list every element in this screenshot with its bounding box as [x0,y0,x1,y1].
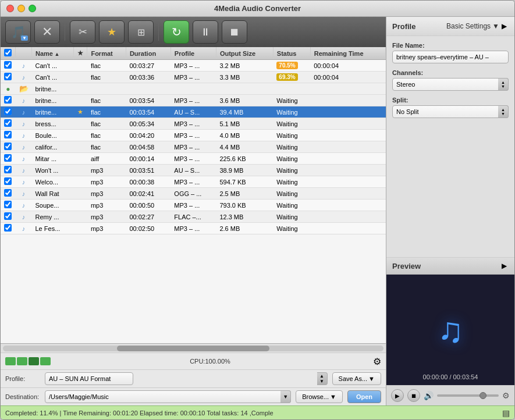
add-button[interactable]: 🎵 ▼ [5,20,31,44]
cell-remaining [310,223,385,234]
channels-select[interactable]: Stereo Mono [392,78,509,91]
cell-status: Waiting [273,211,310,223]
main-window: 4Media Audio Converter 🎵 ▼ ✕ ✂ ★ [0,0,515,420]
pause-button[interactable]: ⏸ [193,20,218,44]
row-checkbox[interactable] [4,224,12,232]
table-row[interactable]: ♪ Welco... mp3 00:00:38 MP3 – ... 594.7 … [1,176,386,188]
progress-block [17,357,27,365]
horizontal-scrollbar[interactable] [3,346,383,351]
row-checkbox[interactable] [4,61,12,69]
maximize-button[interactable] [29,5,36,12]
select-all-checkbox[interactable] [4,49,12,56]
folder-status-icon: ● [6,85,10,93]
table-row[interactable]: ♪ Wall Rat mp3 00:02:41 OGG – ... 2.5 MB… [1,188,386,200]
split-dropdown-arrow[interactable]: ▲▼ [498,105,509,118]
row-checkbox[interactable] [4,143,12,150]
profile-tab[interactable]: Profile [392,22,446,31]
table-row[interactable]: ♪ Mitar ... aiff 00:00:14 MP3 – ... 225.… [1,153,386,165]
row-checkbox[interactable] [4,154,12,162]
table-row[interactable]: ♪ Soupe... mp3 00:00:50 MP3 – ... 793.0 … [1,200,386,211]
close-button[interactable] [6,5,14,12]
col-profile[interactable]: Profile [171,47,216,60]
favorite-button[interactable]: ★ [99,20,125,44]
cell-star [74,211,87,223]
music-icon: ♪ [22,120,26,127]
channels-select-wrapper: Stereo Mono ▲▼ [392,78,509,91]
save-as-button[interactable]: Save As... ▼ [332,372,381,385]
table-row[interactable]: ♪ Can't ... flac 00:03:27 MP3 – ... 3.2 … [1,60,386,72]
cell-status: Waiting [273,188,310,200]
play-button[interactable]: ▶ [391,389,404,402]
row-checkbox[interactable] [4,119,12,127]
open-button[interactable]: Open [347,390,381,403]
basic-settings-button[interactable]: Basic Settings ▼ [446,22,499,30]
cell-name: britne... [32,95,74,106]
row-checkbox[interactable] [4,201,12,208]
cell-status: Waiting [273,106,310,118]
row-checkbox[interactable] [4,96,12,104]
col-star[interactable]: ★ [74,47,87,60]
effect-button[interactable]: ⊞ [128,20,154,44]
volume-slider[interactable] [437,394,499,397]
window-controls [6,5,36,12]
row-checkbox[interactable] [4,131,12,138]
col-status[interactable]: Status [273,47,310,60]
table-row[interactable]: ♪ Le Fes... mp3 00:02:50 MP3 – ... 2.6 M… [1,223,386,234]
col-name[interactable]: Name [32,47,74,60]
cut-button[interactable]: ✂ [70,20,95,44]
table-row[interactable]: ♪ Can't ... flac 00:03:36 MP3 – ... 3.3 … [1,72,386,83]
col-duration[interactable]: Duration [126,47,171,60]
file-name-input[interactable] [392,51,509,63]
browse-button[interactable]: Browse... ▼ [296,390,343,403]
profile-select[interactable] [45,372,133,385]
table-row[interactable]: ♪ britne... flac 00:03:54 MP3 – ... 3.6 … [1,95,386,106]
cell-status: Waiting [273,153,310,165]
right-panel-expand-button[interactable]: ▶ [499,22,509,31]
volume-icon[interactable]: 🔊 [424,391,434,400]
scrollbar-thumb[interactable] [117,346,269,351]
preview-time-current: 00:00:00 [423,373,448,380]
row-checkbox[interactable] [4,108,12,115]
cell-star [74,176,87,188]
table-row[interactable]: ♪ Remy ... mp3 00:02:27 FLAC –... 12.3 M… [1,211,386,223]
minimize-button[interactable] [17,5,25,12]
preview-expand-button[interactable]: ▶ [499,261,509,270]
stop-icon: ⏹ [229,26,240,38]
destination-dropdown-arrow[interactable]: ▼ [280,390,291,403]
destination-input[interactable] [45,390,291,403]
cut-icon: ✂ [79,26,87,38]
row-checkbox[interactable] [4,73,12,80]
split-select[interactable]: No Split By Size By Time [392,105,509,118]
table-row[interactable]: ♪ bress... flac 00:05:34 MP3 – ... 5.1 M… [1,118,386,130]
cell-star [74,188,87,200]
cell-status: Waiting [273,141,310,153]
convert-button[interactable]: ↻ [164,20,189,44]
table-row[interactable]: ♪ califor... flac 00:04:58 MP3 – ... 4.4… [1,141,386,153]
row-checkbox[interactable] [4,166,12,173]
col-format[interactable]: Format [87,47,126,60]
status-details-icon[interactable]: ▤ [502,408,510,418]
cell-star [74,60,87,72]
preview-time-total: 00:03:54 [453,373,478,380]
settings-gear-icon[interactable]: ⚙ [373,356,381,367]
file-table-container[interactable]: Name ★ Format Duration Profile Output Si… [1,47,386,344]
col-output-size[interactable]: Output Size [216,47,273,60]
profile-dropdown-arrow[interactable]: ▲▼ [317,372,328,385]
row-checkbox[interactable] [4,177,12,185]
stop-player-button[interactable]: ⏹ [407,389,420,402]
row-checkbox[interactable] [4,212,12,220]
cell-output-size: 4.4 MB [216,141,273,153]
player-settings-icon[interactable]: ⚙ [502,391,510,400]
table-row-selected[interactable]: ♪ britne... ★ flac 00:03:54 AU – S... 39… [1,106,386,118]
stop-button[interactable]: ⏹ [222,20,247,44]
channels-dropdown-arrow[interactable]: ▲▼ [498,78,509,91]
volume-thumb[interactable] [480,392,486,399]
table-row[interactable]: ♪ Boule... flac 00:04:20 MP3 – ... 4.0 M… [1,130,386,141]
table-row[interactable]: ♪ Won't ... mp3 00:03:51 AU – S... 38.9 … [1,165,386,176]
table-row-folder[interactable]: ● 📂 britne... [1,83,386,95]
cell-status: Waiting [273,200,310,211]
col-remaining[interactable]: Remaining Time [310,47,385,60]
col-status-icon [16,47,32,60]
row-checkbox[interactable] [4,189,12,197]
delete-button[interactable]: ✕ [34,20,60,44]
